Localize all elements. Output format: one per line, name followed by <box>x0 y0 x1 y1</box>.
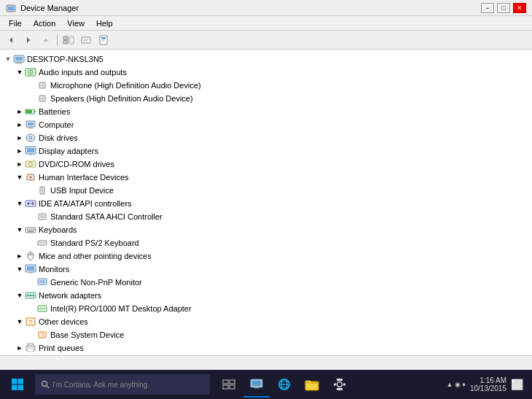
expand-icon-print[interactable]: ► <box>15 343 25 353</box>
svg-rect-52 <box>40 215 44 218</box>
device-label-base: Base System Device <box>50 330 124 339</box>
expand-icon-monitors[interactable]: ▼ <box>15 264 25 274</box>
expand-icon-generic-monitor <box>26 277 36 287</box>
svg-rect-129 <box>252 381 261 386</box>
expand-icon-keyboards[interactable]: ▼ <box>15 225 25 235</box>
maximize-button[interactable]: □ <box>497 3 510 13</box>
minimize-button[interactable]: − <box>481 3 494 13</box>
tree-item-sata[interactable]: Standard SATA AHCI Controller <box>0 210 532 223</box>
tree-item-hid[interactable]: ▼Human Interface Devices <box>0 171 532 184</box>
expand-icon-ide[interactable]: ▼ <box>15 198 25 209</box>
toolbar-properties[interactable] <box>95 33 112 47</box>
menu-view[interactable]: View <box>61 18 90 29</box>
device-icon-speakers <box>36 93 48 104</box>
toolbar-show-hidden[interactable] <box>60 33 77 47</box>
device-label-hid: Human Interface Devices <box>39 173 129 182</box>
expand-icon-diskdrives[interactable]: ► <box>15 133 25 143</box>
tree-item-monitors[interactable]: ▼Monitors <box>0 263 532 276</box>
tree-item-other[interactable]: ▼?Other devices <box>0 315 532 328</box>
device-label-intel-net: Intel(R) PRO/1000 MT Desktop Adapter <box>50 304 192 313</box>
tree-item-base[interactable]: ?Base System Device <box>0 328 532 341</box>
svg-marker-4 <box>27 37 30 43</box>
svg-point-35 <box>26 134 35 142</box>
toolbar-resources[interactable] <box>78 33 94 47</box>
forward-icon <box>24 36 33 44</box>
device-icon-monitors <box>25 263 36 275</box>
device-label-dvd: DVD/CD-ROM drives <box>39 160 114 168</box>
tree-item-keyboards[interactable]: ▼Keyboards <box>0 223 532 236</box>
tree-item-ide[interactable]: ▼IDE ATA/ATAPI controllers <box>0 197 532 210</box>
tree-item-print[interactable]: ►Print queues <box>0 341 532 355</box>
settings-button[interactable] <box>326 371 353 398</box>
expand-icon-network[interactable]: ▼ <box>15 290 25 301</box>
toolbar-up[interactable] <box>38 33 54 47</box>
device-tree[interactable]: ▼ DESKTOP-NKSL3N5 ▼Audio inputs and outp… <box>0 50 532 355</box>
up-icon <box>42 36 50 44</box>
tree-item-ps2[interactable]: Standard PS/2 Keyboard <box>0 236 532 249</box>
device-label-other: Other devices <box>39 317 88 326</box>
device-label-speakers: Speakers (High Definition Audio Device) <box>50 94 193 103</box>
tree-item-audio[interactable]: ▼Audio inputs and outputs <box>0 66 532 79</box>
device-icon-dvd <box>25 158 36 170</box>
expand-icon-batteries[interactable]: ► <box>15 106 25 117</box>
task-view-button[interactable] <box>216 371 242 398</box>
svg-point-122 <box>42 381 47 387</box>
device-manager-taskbar-btn[interactable] <box>243 371 270 398</box>
expand-icon-computer[interactable]: ► <box>15 120 25 130</box>
notification-icon[interactable]: ⬜ <box>511 379 523 390</box>
svg-rect-139 <box>334 384 336 386</box>
tree-item-diskdrives[interactable]: ►Disk drives <box>0 131 532 144</box>
tree-item-mice[interactable]: ►Mice and other pointing devices <box>0 249 532 263</box>
menu-action[interactable]: Action <box>28 18 62 29</box>
expand-icon-other[interactable]: ▼ <box>15 317 25 327</box>
file-explorer-button[interactable] <box>299 371 325 398</box>
tree-item-dvd[interactable]: ►DVD/CD-ROM drives <box>0 158 532 171</box>
tree-item-network[interactable]: ▼Network adapters <box>0 289 532 302</box>
svg-text:?: ? <box>41 332 44 338</box>
svg-rect-140 <box>343 384 345 386</box>
svg-rect-25 <box>41 84 44 87</box>
tree-item-intel-net[interactable]: Intel(R) PRO/1000 MT Desktop Adapter <box>0 302 532 315</box>
close-button[interactable]: ✕ <box>513 3 526 13</box>
expand-icon-display[interactable]: ► <box>15 146 25 156</box>
task-view-icon <box>222 379 235 390</box>
tree-item-batteries[interactable]: ►Batteries <box>0 105 532 118</box>
start-button[interactable] <box>3 371 32 398</box>
menu-help[interactable]: Help <box>90 18 119 29</box>
svg-point-23 <box>30 71 31 73</box>
svg-rect-68 <box>29 272 32 274</box>
tree-item-microphone[interactable]: Microphone (High Definition Audio Device… <box>0 79 532 92</box>
svg-rect-34 <box>28 128 34 129</box>
toolbar-forward[interactable] <box>20 33 36 47</box>
toolbar <box>0 31 532 50</box>
properties-icon <box>98 35 109 45</box>
svg-rect-33 <box>29 127 32 128</box>
svg-marker-3 <box>9 37 12 43</box>
svg-rect-84 <box>28 349 34 352</box>
ie-button[interactable] <box>271 371 297 398</box>
svg-rect-18 <box>15 57 23 61</box>
expand-icon-dvd[interactable]: ► <box>15 159 25 169</box>
tree-item-usb[interactable]: USB Input Device <box>0 184 532 197</box>
clock: 1:16 AM 10/13/2015 <box>470 376 506 392</box>
svg-rect-10 <box>82 37 90 43</box>
menu-file[interactable]: File <box>3 18 28 29</box>
svg-rect-60 <box>39 242 41 244</box>
svg-rect-1 <box>8 7 14 10</box>
tree-root[interactable]: ▼ DESKTOP-NKSL3N5 <box>0 53 532 66</box>
tree-item-computer[interactable]: ►Computer <box>0 118 532 131</box>
svg-rect-56 <box>31 229 33 231</box>
toolbar-back[interactable] <box>3 33 19 47</box>
expand-icon-audio[interactable]: ▼ <box>15 67 25 77</box>
tree-item-speakers[interactable]: Speakers (High Definition Audio Device) <box>0 92 532 105</box>
device-icon-computer <box>25 119 36 131</box>
expand-icon-mice[interactable]: ► <box>15 251 25 261</box>
cortana-search[interactable]: I'm Cortana. Ask me anything. <box>35 374 210 395</box>
tree-item-generic-monitor[interactable]: Generic Non-PnP Monitor <box>0 276 532 289</box>
device-label-ide: IDE ATA/ATAPI controllers <box>39 199 132 208</box>
device-label-audio: Audio inputs and outputs <box>39 68 127 77</box>
expand-icon-hid[interactable]: ▼ <box>15 172 25 182</box>
root-label: DESKTOP-NKSL3N5 <box>27 55 103 63</box>
tree-item-display[interactable]: ►Display adapters <box>0 144 532 158</box>
svg-rect-83 <box>28 344 34 346</box>
